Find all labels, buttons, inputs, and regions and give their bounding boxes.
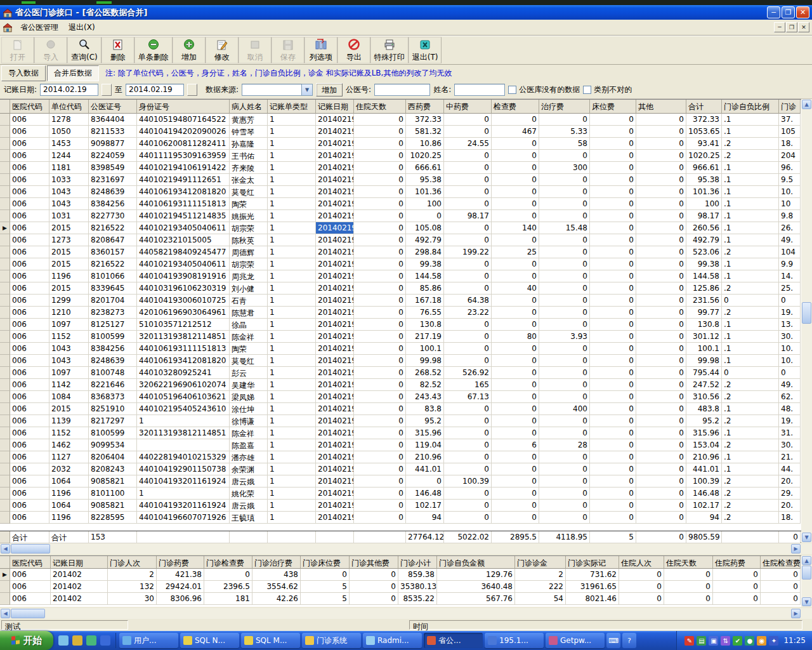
cell[interactable]: 9.8 [779,210,801,222]
date-to-input[interactable]: 2014.02.19 [126,84,184,96]
scroll-left-icon[interactable]: ◀ [1,544,10,554]
cell[interactable]: 20140219 [316,415,354,427]
table-row[interactable]: 006201402308306.9618142.26508535.22567.7… [0,593,801,605]
cell[interactable]: 440102321015005 [137,234,230,246]
cell[interactable]: 966.61 [686,162,722,174]
cell[interactable]: 0 [636,246,686,258]
cell[interactable]: 0 [492,379,539,391]
cell[interactable]: 莫曼红 [230,186,268,198]
cell[interactable]: 0 [636,295,686,307]
cell[interactable]: 0 [590,162,636,174]
cell[interactable]: 83.8 [406,403,444,415]
cell[interactable]: 99.38 [406,258,444,270]
cell[interactable]: 006 [10,222,49,234]
cell[interactable]: 8248639 [89,355,137,367]
scroll-down-icon[interactable]: ▼ [802,533,811,542]
cell[interactable]: 268.52 [406,367,444,379]
cell[interactable]: 0 [354,379,406,391]
table-row[interactable]: 00620158251910440102195405243610涂仕坤12014… [0,403,801,415]
cell[interactable]: 441.01 [686,463,722,475]
cell[interactable]: .2 [722,282,779,295]
vertical-scrollbar[interactable]: ▲ ▼ [801,99,812,543]
cell[interactable]: 0 [301,569,350,581]
cell[interactable]: 0 [406,475,444,488]
cell[interactable]: .1 [722,319,779,331]
column-header[interactable]: 合计 [686,100,722,114]
cell[interactable]: 20140219 [316,512,354,524]
cell[interactable]: 8364404 [89,114,137,126]
cell[interactable]: 0 [492,186,539,198]
data-source-value[interactable] [242,84,302,96]
cell[interactable]: 陈盈嘉 [230,439,268,451]
cell[interactable]: 0 [590,475,636,488]
cell[interactable]: .1 [722,198,779,210]
cell[interactable]: 唐云娥 [230,500,268,512]
cell[interactable]: 0 [444,222,492,234]
toolbar-button-exit[interactable]: 退出(T) [409,37,442,63]
cell[interactable]: 20140219 [316,222,354,234]
cell[interactable]: 0 [761,593,801,605]
cell[interactable]: 1043 [49,198,89,210]
cell[interactable]: 8101100 [89,488,137,500]
cell[interactable]: 0 [539,150,590,162]
summary-horizontal-scrollbar[interactable]: ◀ ▶ [0,608,812,619]
cell[interactable]: 2015 [49,282,89,295]
cell[interactable]: 2396.5 [204,581,252,593]
scroll-up-icon[interactable]: ▲ [802,556,811,565]
cell[interactable]: 0 [722,295,779,307]
cell[interactable]: 8227730 [89,210,137,222]
cell[interactable]: 130.8 [406,319,444,331]
cell[interactable]: 167.18 [406,295,444,307]
cell[interactable]: 0 [539,258,590,270]
cell[interactable]: 10. [779,186,801,198]
cell[interactable]: 陶荣 [230,198,268,210]
cell[interactable]: 0 [590,174,636,186]
cell[interactable]: 0 [539,463,590,475]
internet-explorer-icon[interactable] [58,635,69,646]
table-row[interactable]: 00620158360157440582198409245477周德辉12014… [0,246,801,258]
cell[interactable]: 1020.25 [686,150,722,162]
cell[interactable]: 26. [779,222,801,234]
cell[interactable]: 132 [108,581,157,593]
cell[interactable]: 20140219 [316,331,354,343]
cell[interactable]: 006 [10,258,49,270]
cell[interactable]: 181 [204,593,252,605]
cell[interactable]: 0 [444,174,492,186]
cell[interactable]: 006 [10,162,49,174]
cell[interactable]: 1043 [49,355,89,367]
cell[interactable]: 20140219 [316,114,354,126]
cell[interactable]: 1453 [49,138,89,150]
cell[interactable]: 006 [10,427,49,439]
cell[interactable]: 0 [354,186,406,198]
cell[interactable]: 0 [664,581,713,593]
cell[interactable]: 0 [492,162,539,174]
cell[interactable]: 1181 [49,162,89,174]
cell[interactable]: 20140219 [316,439,354,451]
cell[interactable]: 20140219 [316,126,354,138]
column-header[interactable]: 中药费 [444,100,492,114]
cell[interactable]: 0 [354,475,406,488]
table-row[interactable]: ▶00620158216522440102193405040611胡宗荣1201… [0,222,801,234]
cell[interactable]: 0 [539,451,590,463]
column-header[interactable]: 门诊诊金 [515,556,566,569]
cell[interactable]: 9085821 [89,475,137,488]
cell[interactable]: 0 [590,186,636,198]
cell[interactable]: 0 [636,391,686,403]
cell[interactable]: 492.79 [406,234,444,246]
cell[interactable]: 0 [350,569,398,581]
cell[interactable]: 0 [354,198,406,210]
cell[interactable]: 25. [779,282,801,295]
cell[interactable]: 100 [686,198,722,210]
cell[interactable]: 006 [10,138,49,150]
cell[interactable]: 315.96 [686,427,722,439]
cell[interactable]: 440104196607071926 [137,512,230,524]
cell[interactable]: 10. [779,343,801,355]
cell[interactable]: 1 [268,222,316,234]
scrollbar-thumb[interactable] [802,566,811,580]
cell[interactable]: 10. [779,355,801,367]
cell[interactable]: 0 [354,150,406,162]
cell[interactable]: 006 [10,270,49,282]
cell[interactable]: 0 [354,500,406,512]
cell[interactable]: 0 [539,210,590,222]
cell[interactable]: 0 [444,198,492,210]
